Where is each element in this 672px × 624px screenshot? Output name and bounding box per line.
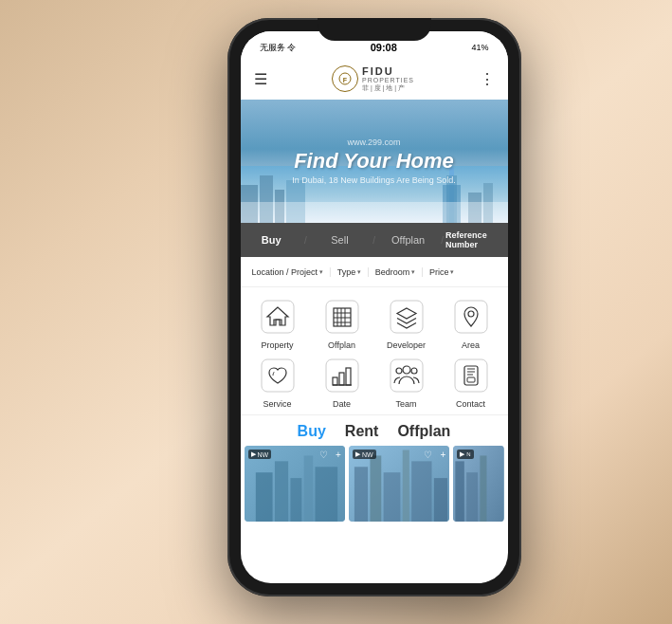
svg-rect-52 (411, 461, 431, 522)
grid-label-property: Property (261, 340, 293, 350)
svg-rect-49 (370, 455, 381, 522)
grid-label-team: Team (395, 399, 416, 409)
svg-point-32 (403, 366, 410, 374)
svg-rect-43 (274, 461, 287, 522)
grid-item-area[interactable]: Area (442, 297, 500, 350)
svg-rect-29 (346, 368, 351, 385)
menu-icon[interactable]: ☰ (254, 70, 267, 88)
filter-bar: Location / Project ▾ | Type ▾ | Bedroom … (241, 257, 508, 287)
svg-rect-44 (290, 478, 301, 522)
phone-notch (318, 18, 431, 41)
svg-point-34 (411, 368, 417, 374)
grid-label-date: Date (333, 399, 351, 409)
plus-icon: + (440, 450, 445, 460)
grid-label-area: Area (462, 340, 480, 350)
chevron-down-icon: ▾ (319, 268, 323, 276)
tab-buy[interactable]: Buy (241, 223, 302, 257)
filter-type[interactable]: Type ▾ (334, 266, 366, 279)
grid-item-property[interactable]: Property (248, 297, 307, 350)
svg-rect-40 (467, 377, 475, 382)
svg-rect-48 (354, 467, 368, 522)
logo-circle: F (332, 65, 358, 92)
tab-offplan[interactable]: Offplan (377, 223, 439, 257)
heart-icon: ♡ (319, 450, 328, 460)
team-icon (387, 356, 427, 395)
grid-item-team[interactable]: Team (377, 356, 436, 409)
listing-tab-offplan[interactable]: Offplan (397, 423, 450, 440)
filter-bedroom[interactable]: Bedroom ▾ (372, 266, 420, 279)
svg-rect-14 (326, 301, 358, 333)
listing-card[interactable]: ▶N (453, 446, 503, 522)
svg-rect-35 (455, 359, 487, 392)
svg-rect-55 (456, 461, 464, 522)
logo-text: FIDU PROPERTIES 菲 | 度 | 地 | 产 (362, 65, 414, 93)
listing-tab-rent[interactable]: Rent (345, 423, 379, 440)
grid-item-service[interactable]: Service (248, 356, 307, 409)
svg-point-24 (468, 311, 474, 317)
hero-subtitle: In Dubai, 18 New Buildings Are Being Sol… (292, 175, 456, 185)
listing-tabs: Buy Rent Offplan (241, 414, 508, 446)
listing-card[interactable]: ▶NW ♡ + (245, 446, 345, 522)
svg-rect-57 (481, 455, 487, 522)
grid-label-developer: Developer (387, 340, 426, 350)
grid-item-date[interactable]: Date (313, 356, 372, 409)
svg-rect-42 (255, 472, 272, 522)
card-badge: ▶NW (248, 450, 272, 459)
listing-tab-buy[interactable]: Buy (298, 423, 326, 440)
logo-chinese: 菲 | 度 | 地 | 产 (362, 83, 414, 93)
plus-icon: + (336, 450, 341, 460)
svg-rect-51 (403, 450, 409, 522)
svg-point-33 (396, 368, 402, 374)
svg-rect-50 (384, 472, 401, 522)
phone-screen: 无服务 令 09:08 41% ☰ F FIDU PROPERTI (241, 31, 508, 583)
hero-watermark: www.299.com (292, 138, 456, 147)
logo-name: FIDU (362, 65, 414, 77)
grid-label-contact: Contact (456, 399, 485, 409)
listing-card[interactable]: ▶NW ♡ + (349, 446, 449, 522)
grid-item-contact[interactable]: Contact (442, 356, 500, 409)
filter-price[interactable]: Price ▾ (426, 266, 459, 279)
svg-rect-28 (339, 373, 344, 385)
heart-icon: ♡ (424, 450, 432, 460)
app-header: ☰ F FIDU PROPERTIES 菲 | 度 | 地 | 产 ⋮ (241, 58, 508, 100)
building-icon (322, 297, 362, 337)
filter-location[interactable]: Location / Project ▾ (248, 266, 328, 279)
status-signal: 无服务 令 (260, 42, 297, 54)
listing-strip: ▶NW ♡ + (241, 446, 508, 522)
svg-rect-27 (333, 377, 337, 385)
svg-rect-25 (262, 359, 294, 392)
status-time: 09:08 (371, 42, 397, 53)
grid-label-offplan: Offplan (328, 340, 355, 350)
svg-rect-13 (262, 301, 294, 333)
chevron-down-icon: ▾ (411, 268, 415, 276)
svg-rect-53 (434, 478, 447, 522)
hero-title: Find Your Home (292, 149, 456, 174)
chart-icon (322, 356, 362, 395)
hero-section: www.299.com Find Your Home In Dubai, 18 … (241, 100, 508, 223)
phone-icon (451, 356, 491, 395)
layers-icon (387, 297, 427, 337)
svg-rect-45 (303, 455, 312, 522)
grid-item-developer[interactable]: Developer (377, 297, 436, 350)
svg-rect-12 (241, 202, 508, 223)
card-badge: ▶N (457, 450, 473, 459)
tab-reference-number[interactable]: Reference Number (445, 223, 507, 257)
heart-icon (258, 356, 298, 395)
location-icon (451, 297, 491, 337)
icon-grid: Property (241, 287, 508, 414)
tab-sell[interactable]: Sell (309, 223, 371, 257)
chevron-down-icon: ▾ (357, 268, 361, 276)
phone-frame: 无服务 令 09:08 41% ☰ F FIDU PROPERTI (227, 18, 521, 596)
svg-text:F: F (343, 77, 348, 83)
svg-rect-46 (315, 467, 337, 522)
status-battery: 41% (471, 43, 488, 52)
svg-rect-26 (326, 359, 358, 392)
card-badge: ▶NW (353, 450, 376, 459)
chevron-down-icon: ▾ (450, 268, 454, 276)
svg-rect-56 (467, 472, 479, 522)
logo-area: F FIDU PROPERTIES 菲 | 度 | 地 | 产 (332, 65, 414, 93)
home-icon (258, 297, 298, 337)
svg-rect-31 (390, 359, 423, 392)
more-icon[interactable]: ⋮ (480, 70, 495, 88)
grid-item-offplan[interactable]: Offplan (313, 297, 372, 350)
